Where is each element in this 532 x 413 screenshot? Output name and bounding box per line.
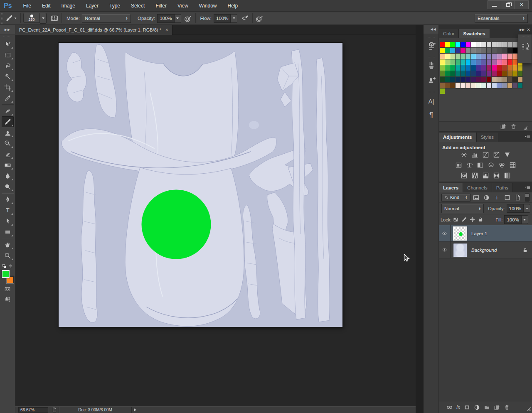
swatch[interactable] — [492, 65, 497, 71]
menu-filter[interactable]: Filter — [150, 0, 172, 12]
tab-color[interactable]: Color — [439, 29, 459, 38]
dock-grip[interactable] — [426, 57, 436, 58]
pressure-size-button[interactable] — [255, 14, 264, 23]
filter-pixel-layers-button[interactable] — [471, 194, 481, 202]
minimize-button[interactable] — [488, 0, 501, 9]
swatch[interactable] — [471, 59, 476, 65]
swatch[interactable] — [502, 48, 507, 54]
swatch[interactable] — [471, 65, 476, 71]
swatch[interactable] — [466, 59, 471, 65]
swatch[interactable] — [512, 54, 518, 59]
swatch[interactable] — [476, 54, 482, 59]
hand-tool[interactable] — [2, 239, 14, 250]
tab-close-icon[interactable]: × — [165, 27, 168, 33]
default-colors-button[interactable] — [2, 264, 7, 268]
layer-row-layer1[interactable]: Layer 1 — [439, 225, 532, 242]
swatch[interactable] — [466, 42, 471, 48]
swatch[interactable] — [476, 65, 482, 71]
swatch[interactable] — [507, 77, 513, 83]
layer-blend-mode-select[interactable]: Normal ▲▼ — [441, 204, 484, 213]
swatch[interactable] — [507, 71, 513, 77]
color-lookup-adjustment-button[interactable] — [509, 162, 517, 168]
levels-adjustment-button[interactable] — [471, 152, 479, 158]
eyedropper-tool[interactable] — [2, 93, 14, 103]
toolbar-collapse-button[interactable]: ▶▶ — [0, 25, 15, 35]
swatch[interactable] — [456, 59, 461, 65]
swatch[interactable] — [492, 71, 497, 77]
new-group-button[interactable] — [484, 404, 490, 411]
swatch[interactable] — [502, 65, 507, 71]
swatch[interactable] — [440, 71, 445, 77]
opacity-combo[interactable]: 100% — [157, 14, 181, 23]
hue-saturation-adjustment-button[interactable] — [455, 162, 463, 168]
swatch[interactable] — [476, 71, 482, 77]
tab-channels[interactable]: Channels — [463, 183, 492, 192]
workspace-select[interactable]: Essentials ▲▼ — [475, 14, 528, 23]
spot-healing-brush-tool[interactable] — [2, 106, 14, 116]
zoom-level-field[interactable]: 66.67% — [18, 407, 48, 413]
layer-opacity-combo[interactable]: 100% — [507, 204, 530, 213]
opacity-dropdown-button[interactable] — [524, 204, 530, 213]
expand-dock-button[interactable]: ▶▶ — [520, 28, 525, 32]
swatch[interactable] — [497, 59, 502, 65]
swatch[interactable] — [481, 71, 487, 77]
swatch[interactable] — [440, 54, 445, 59]
swatch[interactable] — [461, 54, 466, 59]
swatch[interactable] — [481, 59, 487, 65]
swatch[interactable] — [461, 42, 466, 48]
filter-smart-object-button[interactable] — [512, 194, 522, 202]
dock-grip[interactable] — [426, 37, 436, 38]
swatch[interactable] — [492, 83, 497, 88]
swatch[interactable] — [487, 83, 492, 88]
tab-adjustments[interactable]: Adjustments — [439, 133, 477, 142]
flow-value[interactable]: 100% — [214, 14, 231, 23]
swatch[interactable] — [481, 83, 487, 88]
swatch[interactable] — [512, 48, 518, 54]
swatch[interactable] — [476, 48, 482, 54]
restore-button[interactable] — [501, 0, 515, 9]
layer-row-background[interactable]: Background — [439, 242, 532, 258]
toolbar-grip[interactable] — [3, 36, 12, 38]
quick-mask-button[interactable] — [2, 285, 13, 293]
swatch[interactable] — [450, 59, 456, 65]
swatch[interactable] — [492, 54, 497, 59]
dock-grip[interactable] — [426, 91, 436, 93]
blend-mode-select[interactable]: Normal ▲▼ — [82, 14, 131, 23]
history-panel-button[interactable] — [518, 34, 532, 63]
menu-window[interactable]: Window — [194, 0, 222, 12]
swatch[interactable] — [487, 54, 492, 59]
swatch[interactable] — [445, 77, 451, 83]
layer-opacity-value[interactable]: 100% — [507, 204, 524, 213]
swatch[interactable] — [466, 83, 471, 88]
pressure-opacity-button[interactable] — [184, 14, 193, 23]
filter-shape-layers-button[interactable] — [502, 194, 512, 202]
swatch[interactable] — [497, 48, 502, 54]
curves-adjustment-button[interactable] — [482, 152, 490, 158]
swatch[interactable] — [512, 71, 518, 77]
swatch[interactable] — [440, 48, 445, 54]
lock-paint-button[interactable] — [460, 216, 468, 224]
swatch[interactable] — [456, 42, 461, 48]
resize-grip-icon[interactable] — [522, 124, 528, 130]
swatch[interactable] — [502, 42, 507, 48]
properties-panel-button[interactable] — [424, 39, 439, 53]
swatch[interactable] — [461, 59, 466, 65]
swatch[interactable] — [445, 54, 451, 59]
photo-filter-adjustment-button[interactable] — [487, 162, 495, 168]
swatch[interactable] — [466, 71, 471, 77]
character-panel-button[interactable]: A| — [424, 94, 439, 108]
brush-panel-button[interactable] — [424, 59, 439, 73]
toggle-brush-panel-button[interactable] — [50, 14, 59, 23]
fill-dropdown-button[interactable] — [522, 215, 528, 224]
swatch[interactable] — [481, 54, 487, 59]
swatch[interactable] — [497, 65, 502, 71]
doc-size-info[interactable]: Doc: 3.00M/6.00M — [59, 407, 132, 413]
path-selection-tool[interactable] — [2, 216, 14, 226]
foreground-color-swatch[interactable] — [2, 270, 10, 278]
swatch[interactable] — [440, 59, 445, 65]
link-layers-button[interactable] — [446, 404, 453, 411]
visibility-toggle[interactable] — [439, 225, 451, 242]
swatch[interactable] — [497, 54, 502, 59]
paragraph-panel-button[interactable]: ¶ — [424, 108, 439, 122]
lock-all-button[interactable] — [476, 216, 485, 224]
